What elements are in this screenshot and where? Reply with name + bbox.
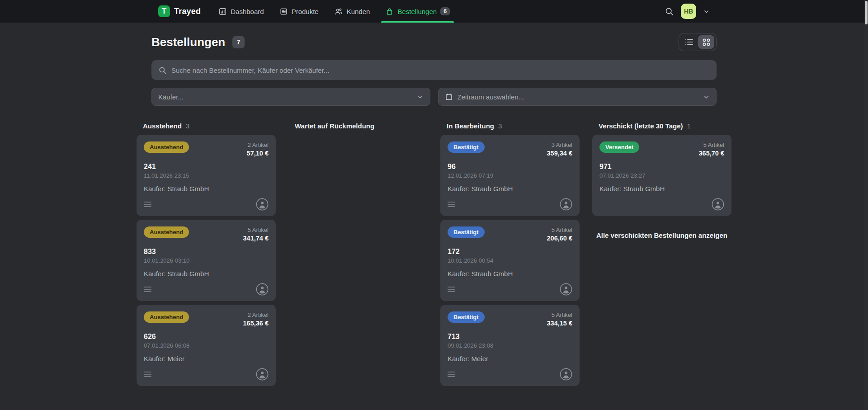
order-buyer: Käufer: Straub GmbH (144, 185, 269, 193)
person-icon[interactable] (256, 198, 269, 211)
order-price: 165,36 € (243, 320, 269, 327)
nav-item-bestellungen[interactable]: Bestellungen6 (377, 0, 458, 23)
order-price: 365,70 € (699, 150, 724, 157)
menu-icon[interactable] (448, 201, 456, 207)
search-input[interactable] (171, 66, 710, 74)
person-icon[interactable] (712, 198, 724, 211)
order-price: 334,15 € (547, 320, 572, 327)
menu-icon[interactable] (144, 201, 152, 207)
order-buyer: Käufer: Meier (448, 355, 572, 363)
board-column: In Bearbeitung 3 Bestätigt 3 Artikel 359… (440, 122, 580, 390)
nav-item-label: Produkte (292, 8, 319, 15)
menu-icon[interactable] (448, 371, 456, 377)
page-title: Bestellungen (151, 35, 225, 49)
buyer-filter-label: Käufer... (158, 93, 184, 101)
order-buyer: Käufer: Straub GmbH (448, 270, 572, 278)
main-content: Bestellungen 7 (137, 23, 731, 390)
article-count: 5 Artikel (547, 311, 572, 318)
board-column: Verschickt (letzte 30 Tage) 1 Versendet … (592, 122, 731, 239)
date-range-label: Zeitraum auswählen... (458, 93, 524, 101)
order-price: 206,60 € (547, 235, 572, 242)
order-card[interactable]: Ausstehend 2 Artikel 165,36 € 626 07.01.… (137, 305, 276, 386)
order-card[interactable]: Ausstehend 2 Artikel 57,10 € 241 11.01.2… (137, 135, 276, 216)
scrollbar (864, 0, 868, 410)
column-header: Ausstehend 3 (137, 122, 276, 130)
order-card[interactable]: Bestätigt 3 Artikel 359,34 € 96 12.01.20… (440, 135, 580, 216)
order-price: 57,10 € (247, 150, 269, 157)
order-number: 833 (144, 248, 269, 256)
order-price: 341,74 € (243, 235, 269, 242)
nav-items: DashboardProdukteKundenBestellungen6 (211, 0, 458, 23)
order-card[interactable]: Ausstehend 5 Artikel 341,74 € 833 10.01.… (137, 220, 276, 301)
brand-name: Trayed (174, 7, 201, 16)
status-badge: Ausstehend (144, 141, 189, 153)
show-all-shipped-link[interactable]: Alle verschickten Bestellungen anzeigen (592, 231, 731, 239)
board-column: Ausstehend 3 Ausstehend 2 Artikel 57,10 … (137, 122, 276, 390)
order-date: 10.01.2026 03:10 (144, 257, 269, 264)
users-icon (334, 7, 343, 16)
search-bar (151, 60, 717, 80)
date-range-dropdown[interactable]: Zeitraum auswählen... (438, 88, 717, 106)
column-title: Verschickt (letzte 30 Tage) (599, 122, 683, 130)
order-number: 713 (448, 333, 572, 341)
order-date: 07.01.2026 23:27 (599, 172, 724, 179)
search-button[interactable] (665, 7, 674, 16)
nav-item-label: Bestellungen (397, 8, 437, 15)
order-date: 09.01.2026 23:08 (448, 342, 572, 349)
article-count: 3 Artikel (547, 141, 572, 148)
search-icon (158, 66, 167, 75)
column-cards: Versendet 5 Artikel 365,70 € 971 07.01.2… (592, 135, 731, 216)
nav-item-count-badge: 6 (440, 7, 450, 15)
chevron-down-icon (417, 94, 424, 100)
nav-item-label: Dashboard (231, 8, 264, 15)
person-icon[interactable] (256, 283, 269, 296)
column-count: 3 (498, 122, 502, 130)
buyer-filter-dropdown[interactable]: Käufer... (151, 88, 430, 106)
avatar[interactable]: HB (681, 4, 696, 19)
person-icon[interactable] (560, 283, 572, 296)
menu-icon[interactable] (448, 286, 456, 292)
list-view-button[interactable] (681, 35, 697, 49)
order-buyer: Käufer: Straub GmbH (599, 185, 724, 193)
column-count: 3 (186, 122, 189, 130)
person-icon[interactable] (560, 368, 572, 381)
article-count: 5 Artikel (699, 141, 724, 148)
order-card[interactable]: Bestätigt 5 Artikel 334,15 € 713 09.01.2… (440, 305, 580, 386)
person-icon[interactable] (560, 198, 572, 211)
grid-icon (703, 38, 710, 46)
nav-item-label: Kunden (347, 8, 370, 15)
user-menu-button[interactable] (703, 8, 710, 15)
column-title: In Bearbeitung (447, 122, 494, 130)
status-badge: Ausstehend (144, 311, 189, 323)
nav-item-dashboard[interactable]: Dashboard (211, 0, 271, 23)
menu-icon[interactable] (144, 371, 152, 377)
order-card[interactable]: Bestätigt 5 Artikel 206,60 € 172 10.01.2… (440, 220, 580, 301)
calendar-icon (445, 93, 453, 101)
column-header: Verschickt (letzte 30 Tage) 1 (592, 122, 731, 130)
nav-item-kunden[interactable]: Kunden (326, 0, 378, 23)
article-count: 5 Artikel (243, 226, 269, 233)
column-title: Wartet auf Rückmeldung (295, 122, 374, 130)
grid-view-button[interactable] (698, 35, 714, 49)
order-buyer: Käufer: Straub GmbH (448, 185, 572, 193)
document-icon (279, 7, 288, 16)
person-icon[interactable] (256, 368, 269, 381)
top-nav: T Trayed DashboardProdukteKundenBestellu… (0, 0, 868, 23)
order-card[interactable]: Versendet 5 Artikel 365,70 € 971 07.01.2… (592, 135, 731, 216)
order-date: 11.01.2026 23:15 (144, 172, 269, 179)
board-column: Wartet auf Rückmeldung (288, 122, 428, 135)
order-number: 626 (144, 333, 269, 341)
status-badge: Bestätigt (448, 311, 485, 323)
order-date: 12.01.2026 07:19 (448, 172, 572, 179)
column-count: 1 (687, 122, 690, 130)
nav-right: HB (665, 0, 710, 23)
order-buyer: Käufer: Straub GmbH (144, 270, 269, 278)
menu-icon[interactable] (144, 286, 152, 292)
chevron-down-icon (703, 94, 710, 100)
nav-item-produkte[interactable]: Produkte (272, 0, 326, 23)
status-badge: Ausstehend (144, 226, 189, 238)
column-header: In Bearbeitung 3 (440, 122, 580, 130)
brand[interactable]: T Trayed (158, 0, 201, 23)
order-buyer: Käufer: Meier (144, 355, 269, 363)
scrollbar-thumb[interactable] (865, 1, 868, 24)
